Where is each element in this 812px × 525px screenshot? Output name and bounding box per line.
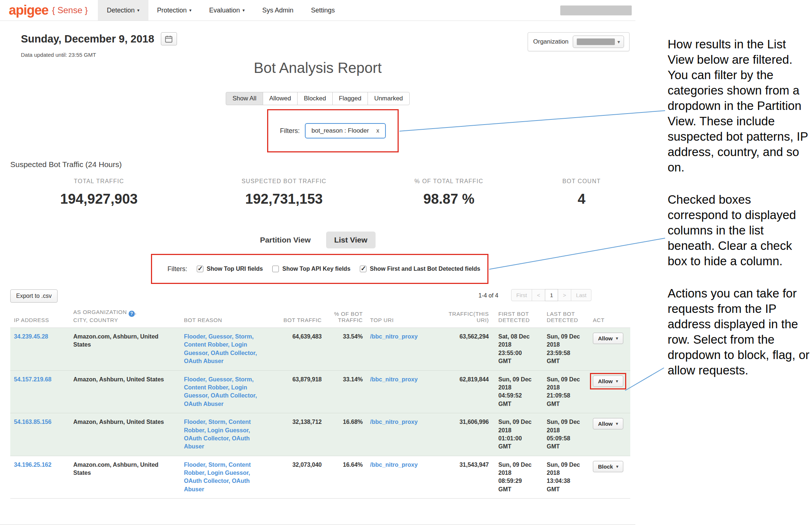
nav-item-sys-admin[interactable]: Sys Admin bbox=[254, 0, 302, 21]
main-nav: Detection ▾ Protection ▾ Evaluation ▾ Sy… bbox=[98, 0, 343, 21]
tab-unmarked[interactable]: Unmarked bbox=[368, 92, 409, 105]
last-detected-cell: Sun, 09 Dec 2018 13:04:38 GMT bbox=[541, 456, 589, 499]
bot-reason-link[interactable]: Guessor bbox=[208, 333, 232, 340]
caret-down-icon: ▾ bbox=[616, 464, 619, 469]
stat-value: 98.87 % bbox=[370, 191, 528, 207]
tab-allowed[interactable]: Allowed bbox=[263, 92, 298, 105]
bot-reason-link[interactable]: Flooder bbox=[184, 376, 205, 382]
bot-reason-link[interactable]: Guessor bbox=[208, 376, 232, 382]
stat-value: 4 bbox=[528, 191, 635, 207]
checkbox-input[interactable] bbox=[197, 266, 203, 272]
bot-reason-link[interactable]: Storm bbox=[208, 419, 225, 425]
tab-blocked[interactable]: Blocked bbox=[297, 92, 332, 105]
stat-total-traffic: TOTAL TRAFFIC 194,927,903 bbox=[0, 178, 198, 207]
col-header-bot-reason: BOT REASON bbox=[180, 309, 271, 328]
apigee-sense-logo[interactable]: apigee { Sense } bbox=[9, 0, 88, 21]
checkbox-input[interactable] bbox=[360, 266, 366, 272]
pagination-page-1-button[interactable]: 1 bbox=[545, 289, 558, 301]
organization-select[interactable]: ▾ bbox=[573, 36, 624, 48]
table-row: 54.163.85.156 Amazon, Ashburn, United St… bbox=[10, 413, 630, 456]
bot-reason-link[interactable]: Login Guessor bbox=[207, 427, 248, 433]
ip-address-link[interactable]: 34.196.25.162 bbox=[14, 462, 51, 468]
bot-reason-link[interactable]: Storm bbox=[235, 333, 252, 340]
bot-reason-link[interactable]: OAuth Abuser bbox=[184, 401, 224, 407]
tab-flagged[interactable]: Flagged bbox=[332, 92, 368, 105]
checkbox-label: Show First and Last Bot Detected fields bbox=[370, 266, 480, 272]
list-view-toggle[interactable]: List View bbox=[326, 232, 376, 248]
remove-filter-icon[interactable]: x bbox=[376, 127, 379, 134]
caret-down-icon: ▾ bbox=[616, 336, 618, 341]
organization-picker: Organization ▾ bbox=[528, 32, 630, 51]
checkbox-input[interactable] bbox=[272, 266, 279, 272]
export-csv-button[interactable]: Export to .csv bbox=[10, 289, 58, 303]
col-header-last-bot-detected: LAST BOT DETECTED bbox=[541, 309, 589, 328]
stat-label: TOTAL TRAFFIC bbox=[0, 178, 198, 185]
action-dropdown[interactable]: Allow ▾ bbox=[593, 376, 623, 387]
col-header-traffic-this-uri: TRAFFIC(THIS URI) bbox=[437, 309, 492, 328]
table-row: 34.239.45.28 Amazon.com, Ashburn, United… bbox=[10, 328, 630, 371]
caret-down-icon: ▾ bbox=[617, 39, 620, 45]
pagination-first-button[interactable]: First bbox=[511, 289, 532, 301]
filter-chip-text: bot_reason : Flooder bbox=[311, 127, 369, 134]
annotation-filter-note: How results in the List View below are f… bbox=[668, 37, 810, 175]
top-uri-link[interactable]: /bbc_nitro_proxy bbox=[370, 462, 418, 468]
annotated-screenshot: apigee { Sense } Detection ▾ Protection … bbox=[0, 0, 812, 525]
bot-reason-link[interactable]: Flooder bbox=[184, 419, 205, 425]
filter-chip-bot-reason[interactable]: bot_reason : Flooder x bbox=[305, 123, 386, 138]
bot-reason-link[interactable]: Storm bbox=[235, 376, 252, 382]
bot-reason-link[interactable]: OAuth Collector bbox=[184, 478, 229, 484]
calendar-button[interactable] bbox=[161, 32, 177, 45]
bot-reason-link[interactable]: OAuth Collector bbox=[211, 350, 255, 356]
action-dropdown[interactable]: Allow ▾ bbox=[593, 418, 623, 429]
bot-reason-link[interactable]: Storm bbox=[208, 462, 225, 468]
bot-reason-link[interactable]: Flooder bbox=[184, 462, 205, 468]
ip-address-link[interactable]: 54.157.219.68 bbox=[14, 376, 51, 382]
bot-reason-link[interactable]: Content Robber bbox=[184, 384, 228, 391]
bot-reason-link[interactable]: Flooder bbox=[184, 333, 205, 340]
nav-item-detection[interactable]: Detection ▾ bbox=[98, 0, 148, 21]
pagination-prev-button[interactable]: < bbox=[532, 289, 545, 301]
ip-address-link[interactable]: 34.239.45.28 bbox=[14, 333, 48, 340]
partition-view-toggle[interactable]: Partition View bbox=[260, 236, 310, 244]
bot-reason-link[interactable]: Login Guessor bbox=[207, 470, 248, 476]
caret-down-icon: ▾ bbox=[243, 8, 245, 13]
tab-show-all[interactable]: Show All bbox=[226, 92, 263, 105]
checkbox-label: Show Top API Key fields bbox=[282, 266, 350, 272]
checkbox-show-top-uri[interactable]: Show Top URI fields bbox=[197, 266, 263, 272]
bot-reason-link[interactable]: Content Robber bbox=[184, 341, 228, 348]
list-filters-label: Filters: bbox=[167, 265, 187, 273]
bot-reason-link[interactable]: OAuth Abuser bbox=[184, 358, 224, 364]
organization-label: Organization bbox=[533, 38, 568, 45]
stat-label: % OF TOTAL TRAFFIC bbox=[370, 178, 528, 185]
ip-address-link[interactable]: 54.163.85.156 bbox=[14, 419, 51, 425]
as-org-cell: Amazon.com, Ashburn, United States bbox=[70, 456, 180, 499]
bot-reason-link[interactable]: OAuth Collector bbox=[211, 392, 255, 399]
bot-traffic-cell: 64,639,483 bbox=[271, 328, 325, 371]
nav-item-label: Settings bbox=[311, 7, 335, 14]
bot-reason-link[interactable]: OAuth Collector bbox=[184, 435, 229, 441]
table-row: 54.157.219.68 Amazon, Ashburn, United St… bbox=[10, 370, 630, 413]
report-date: Sunday, December 9, 2018 bbox=[21, 33, 154, 45]
top-uri-link[interactable]: /bbc_nitro_proxy bbox=[370, 376, 418, 382]
checkbox-show-first-last-detected[interactable]: Show First and Last Bot Detected fields bbox=[360, 266, 480, 272]
action-dropdown[interactable]: Allow ▾ bbox=[593, 333, 623, 344]
report-date-row: Sunday, December 9, 2018 bbox=[21, 32, 177, 45]
top-uri-link[interactable]: /bbc_nitro_proxy bbox=[370, 419, 418, 425]
nav-item-label: Protection bbox=[157, 7, 187, 14]
nav-item-protection[interactable]: Protection ▾ bbox=[148, 0, 200, 21]
pagination-next-button[interactable]: > bbox=[558, 289, 571, 301]
nav-item-evaluation[interactable]: Evaluation ▾ bbox=[200, 0, 254, 21]
top-uri-link[interactable]: /bbc_nitro_proxy bbox=[370, 333, 418, 340]
uri-traffic-cell: 62,819,844 bbox=[437, 370, 492, 413]
nav-item-settings[interactable]: Settings bbox=[302, 0, 344, 21]
pagination-last-button[interactable]: Last bbox=[571, 289, 591, 301]
bot-reason-cell: Flooder, Guessor, Storm, Content Robber,… bbox=[180, 328, 271, 371]
first-detected-cell: Sat, 08 Dec 2018 23:55:00 GMT bbox=[492, 328, 541, 371]
view-toggle: Partition View List View bbox=[0, 232, 635, 248]
info-icon[interactable]: ? bbox=[129, 311, 135, 317]
checkbox-show-top-api-key[interactable]: Show Top API Key fields bbox=[272, 266, 350, 272]
last-detected-cell: Sun, 09 Dec 2018 21:09:58 GMT bbox=[541, 370, 589, 413]
nav-item-label: Evaluation bbox=[209, 7, 240, 14]
action-dropdown[interactable]: Block ▾ bbox=[593, 461, 623, 472]
redacted-organization-value bbox=[577, 38, 615, 45]
